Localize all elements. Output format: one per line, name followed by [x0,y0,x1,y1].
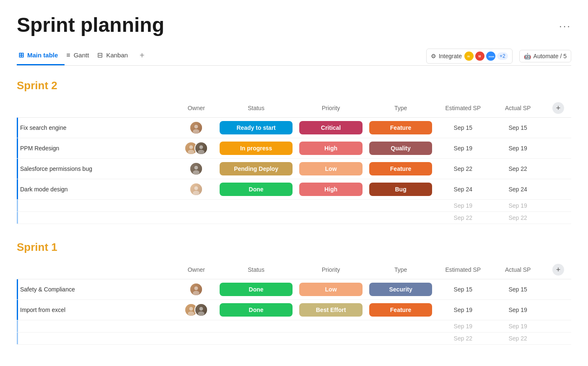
priority-cell[interactable]: Best Effort [296,300,366,320]
table-row[interactable]: Salesforce permissions bug Pending Deplo… [17,159,571,179]
priority-badge: High [299,183,363,196]
owner-cell [176,159,216,179]
status-cell[interactable]: In progress [216,138,296,159]
type-badge: Quality [369,142,433,155]
automate-button[interactable]: 🤖 Automate / 5 [519,50,571,62]
actual-sp-cell: Sep 15 [490,118,545,138]
sprint2-section: Sprint 2 Owner Status Priority Type Esti… [17,79,571,224]
table-row-faded: Sep 22Sep 22 [17,332,571,345]
type-cell[interactable]: Feature [366,118,436,138]
priority-cell[interactable]: Low [296,159,366,179]
status-cell[interactable]: Done [216,300,296,320]
priority-badge: Best Effort [299,303,363,317]
integrate-icon: ⚙ [431,53,436,59]
table-row[interactable]: Safety & Compliance DoneLowSecuritySep 1… [17,279,571,300]
faded-estimated: Sep 19 [435,200,490,212]
estimated-sp-cell: Sep 24 [435,179,490,200]
type-cell[interactable]: Feature [366,300,436,320]
status-badge: Ready to start [220,121,293,134]
avatar [189,162,203,175]
gantt-icon: ≡ [66,52,70,59]
priority-badge: High [299,142,363,155]
extra-cell [545,279,571,300]
type-cell[interactable]: Security [366,279,436,300]
status-cell[interactable]: Done [216,279,296,300]
status-cell[interactable]: Pending Deploy [216,159,296,179]
svg-point-17 [193,170,199,175]
sprint2-actual-header: Actual SP [490,99,545,118]
automate-icon: 🤖 [524,53,531,59]
table-row[interactable]: Dark mode design DoneHighBugSep 24Sep 24 [17,179,571,200]
svg-point-10 [189,145,193,149]
faded-estimated: Sep 22 [435,212,490,224]
estimated-sp-cell: Sep 15 [435,279,490,300]
actual-sp-cell: Sep 24 [490,179,545,200]
avatar [194,303,208,317]
type-badge: Feature [369,303,433,317]
priority-badge: Low [299,283,363,296]
table-row[interactable]: PPM Redesign In progressHighQualitySep 1… [17,138,571,159]
extra-cell [545,179,571,200]
sprint2-type-header: Type [366,99,436,118]
integration-icons: m M zoom +2 [464,52,508,61]
sprint2-status-header: Status [216,99,296,118]
status-cell[interactable]: Done [216,179,296,200]
faded-actual: Sep 19 [490,320,545,332]
actual-sp-cell: Sep 15 [490,279,545,300]
priority-cell[interactable]: Critical [296,118,366,138]
priority-cell[interactable]: High [296,179,366,200]
task-name: Dark mode design [20,186,68,193]
type-cell[interactable]: Quality [366,138,436,159]
svg-point-19 [194,186,198,190]
owner-cell [176,279,216,300]
sprint1-add-column-button[interactable]: + [552,264,564,276]
task-name: Import from excel [20,307,65,313]
tabs-bar: ⊞ Main table ≡ Gantt ⊟ Kanban + ⚙ Integr… [17,46,571,66]
sprint2-add-column-button[interactable]: + [552,102,564,114]
svg-point-29 [198,312,205,316]
table-row[interactable]: Fix search engine Ready to startCritical… [17,118,571,138]
table-row-faded: Sep 19Sep 19 [17,320,571,332]
type-badge: Feature [369,162,433,175]
status-badge: Pending Deploy [220,162,293,175]
estimated-sp-cell: Sep 19 [435,300,490,320]
actual-sp-cell: Sep 19 [490,300,545,320]
owner-cell [176,138,216,159]
sprint1-estimated-header: Estimated SP [435,260,490,279]
extra-cell [545,118,571,138]
priority-cell[interactable]: High [296,138,366,159]
avatar [189,283,203,296]
tab-gantt[interactable]: ≡ Gantt [65,47,96,65]
table-row-faded: Sep 19Sep 19 [17,200,571,212]
estimated-sp-cell: Sep 15 [435,118,490,138]
tab-kanban[interactable]: ⊟ Kanban [96,47,135,65]
svg-text:zoom: zoom [489,55,494,57]
svg-point-25 [189,307,193,311]
type-cell[interactable]: Feature [366,159,436,179]
faded-actual: Sep 22 [490,212,545,224]
priority-cell[interactable]: Low [296,279,366,300]
type-cell[interactable]: Bug [366,179,436,200]
table-row-faded: Sep 22Sep 22 [17,212,571,224]
status-badge: Done [220,303,293,317]
task-name: PPM Redesign [20,145,59,152]
status-badge: In progress [220,142,293,155]
more-options-button[interactable]: ··· [559,20,571,32]
tab-main-table[interactable]: ⊞ Main table [17,47,65,65]
task-name: Fix search engine [20,124,67,131]
sprint2-task-header [17,99,176,118]
table-row[interactable]: Import from excel DoneBest EffortFeature… [17,300,571,320]
faded-estimated: Sep 22 [435,332,490,345]
add-tab-button[interactable]: + [135,46,150,65]
type-badge: Security [369,283,433,296]
owner-cell [176,179,216,200]
status-cell[interactable]: Ready to start [216,118,296,138]
sprint1-actual-header: Actual SP [490,260,545,279]
status-badge: Done [220,283,293,296]
sprint2-estimated-header: Estimated SP [435,99,490,118]
integrate-button[interactable]: ⚙ Integrate m M zoom +2 [426,49,513,64]
svg-point-28 [199,307,203,311]
priority-badge: Critical [299,121,363,134]
svg-text:m: m [467,54,470,57]
faded-actual: Sep 19 [490,200,545,212]
